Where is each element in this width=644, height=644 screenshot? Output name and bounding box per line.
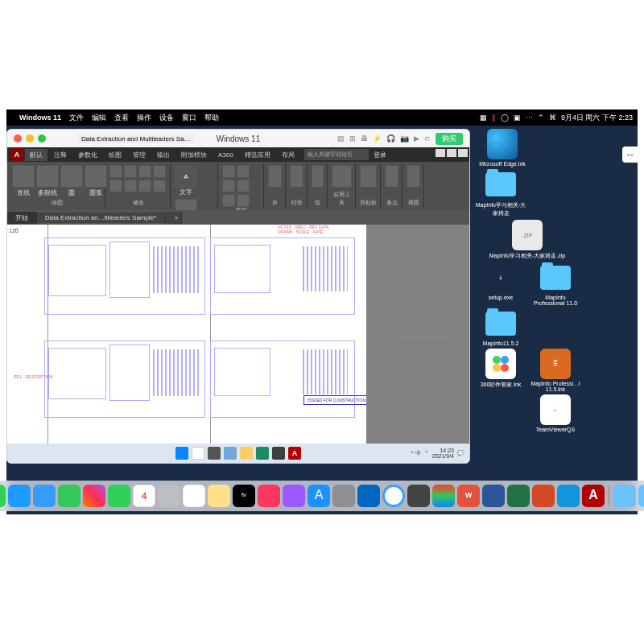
dock-qq-icon[interactable] <box>557 485 580 507</box>
status-screen-icon[interactable]: ▣ <box>514 114 521 122</box>
status-parallels-icon[interactable]: ▦ <box>480 114 487 122</box>
util-tool-icon[interactable] <box>332 165 352 188</box>
tool-icon[interactable] <box>237 165 250 178</box>
dock-podcasts-icon[interactable] <box>283 485 305 507</box>
menu-view[interactable]: 查看 <box>114 113 129 123</box>
arc-tool-icon[interactable] <box>85 165 107 188</box>
desktop-icon-mapinfo[interactable]: ≣MapInfo Professi…l 11.5.lnk <box>530 349 581 392</box>
close-icon[interactable] <box>14 134 22 142</box>
dock-excel-icon[interactable] <box>507 485 530 507</box>
tray-network-icon[interactable]: ⌃ <box>424 450 429 456</box>
desktop-icon-edge[interactable]: Microsoft Edge.lnk <box>477 129 528 167</box>
dock-messages-icon[interactable] <box>0 485 6 507</box>
status-datetime[interactable]: 9月4日 周六 下午 2:23 <box>561 113 633 123</box>
group-tool-icon[interactable] <box>312 165 324 188</box>
dock-music-icon[interactable] <box>258 485 280 507</box>
dock-app-icon[interactable] <box>407 485 430 507</box>
ribbon-tab[interactable]: 布局 <box>277 149 299 161</box>
minimize-icon[interactable] <box>26 134 34 142</box>
desktop-icon-folder[interactable]: MapInfo Professional 11.0 <box>530 262 581 306</box>
basepoint-tool-icon[interactable] <box>385 165 398 188</box>
dock-calendar-icon[interactable]: 4 <box>133 485 155 507</box>
status-control-center-icon[interactable]: ⌘ <box>549 114 556 122</box>
tray-notifications-icon[interactable]: 💬 <box>457 450 464 456</box>
dock-app-icon[interactable] <box>432 485 455 507</box>
teamviewer-sidebar-icon[interactable]: ↔ <box>622 147 638 163</box>
dock-maps-icon[interactable] <box>58 485 80 507</box>
tray-ime[interactable]: ^ 中 <box>411 449 421 457</box>
start-button[interactable] <box>175 447 188 460</box>
desktop-icon-folder[interactable]: MapInfo学习相关-大家拷走 <box>475 169 526 217</box>
dock-notes-icon[interactable] <box>208 485 230 507</box>
vm-tool-icon[interactable]: 🎧 <box>386 134 395 142</box>
dock-autocad-icon[interactable]: A <box>582 485 605 507</box>
dock-ppt-icon[interactable] <box>532 485 555 507</box>
dock-word-icon[interactable] <box>482 485 505 507</box>
tool-icon[interactable] <box>153 180 166 192</box>
dock-photos-icon[interactable] <box>83 485 105 507</box>
edge-icon[interactable] <box>256 447 269 460</box>
status-pause-icon[interactable]: ‖ <box>492 114 496 122</box>
vm-tool-icon[interactable]: ⊂ <box>424 134 431 142</box>
ribbon-tab[interactable]: 默认 <box>25 149 47 161</box>
desktop-icon-teamviewer[interactable]: ↔TeamViewerQS <box>530 394 581 432</box>
circle-tool-icon[interactable] <box>60 165 83 188</box>
tool-icon[interactable] <box>222 165 235 178</box>
desktop-icon-360[interactable]: 360软件管家.lnk <box>475 349 526 392</box>
dock-folder-icon[interactable] <box>613 485 636 507</box>
vm-close-button[interactable]: ✕ <box>458 149 468 157</box>
autocad-icon[interactable]: A <box>288 447 301 460</box>
clipboard-tool-icon[interactable] <box>360 165 377 188</box>
ribbon-search-input[interactable]: 输入关键字或短语 <box>304 149 369 160</box>
tool-icon[interactable] <box>109 165 122 178</box>
tool-icon[interactable] <box>222 180 235 192</box>
dock-app-icon[interactable] <box>382 485 405 507</box>
desktop-icon-zip[interactable]: .ZIPMapInfo学习相关-大家拷走.zip <box>475 220 580 260</box>
line-tool-icon[interactable] <box>12 165 35 188</box>
vm-tool-icon[interactable]: 🖶 <box>361 134 368 142</box>
tool-icon[interactable] <box>237 194 250 207</box>
status-volume-icon[interactable]: ⋯ <box>526 114 533 122</box>
explorer-icon[interactable] <box>240 447 253 460</box>
dock-facetime-icon[interactable] <box>108 485 130 507</box>
add-tab-button[interactable]: ＋ <box>165 212 182 224</box>
buy-button[interactable]: 购买 <box>436 133 463 145</box>
search-icon[interactable] <box>192 447 204 460</box>
menu-action[interactable]: 操作 <box>137 113 151 123</box>
store-icon[interactable] <box>272 447 285 460</box>
menu-window[interactable]: 窗口 <box>182 113 196 123</box>
vm-max-button[interactable]: ▢ <box>447 149 456 157</box>
vm-tool-icon[interactable]: 📷 <box>400 134 409 142</box>
status-circle-icon[interactable]: ◯ <box>501 114 509 122</box>
drawing-canvas[interactable]: — ▢ ✕ 120 <box>7 225 469 444</box>
desktop-icon-folder[interactable]: MapInfo11.5.2 <box>475 308 526 346</box>
vm-tab[interactable]: Data Extraction and Multileaders Sa… <box>78 134 194 143</box>
tool-icon[interactable] <box>222 194 235 207</box>
vm-tool-icon[interactable]: ⊞ <box>349 134 356 142</box>
view-tool-icon[interactable] <box>407 165 420 188</box>
vm-tool-icon[interactable]: ▶ <box>414 134 419 142</box>
tool-icon[interactable] <box>138 165 151 178</box>
dock-folder-icon[interactable] <box>638 485 644 507</box>
tool-icon[interactable] <box>138 180 151 192</box>
tool-icon[interactable] <box>237 180 250 192</box>
dock-appstore-icon[interactable]: A <box>308 485 330 507</box>
menu-edit[interactable]: 编辑 <box>92 113 106 123</box>
dimension-tool-icon[interactable] <box>175 199 197 210</box>
polyline-tool-icon[interactable] <box>36 165 59 188</box>
ribbon-tab[interactable]: 输出 <box>152 149 175 161</box>
doc-tab[interactable]: 开始 <box>7 212 37 224</box>
ribbon-tab[interactable]: 附加模块 <box>176 149 212 161</box>
tool-icon[interactable] <box>153 165 166 178</box>
vm-tool-icon[interactable]: ⚡ <box>373 134 382 142</box>
login-button[interactable]: 登录 <box>374 151 386 159</box>
dock-safari-icon[interactable] <box>8 485 31 507</box>
desktop-icon-exe[interactable]: ⤓setup.exe <box>475 262 526 306</box>
props-tool-icon[interactable] <box>290 165 303 188</box>
dock-mail-icon[interactable] <box>33 485 56 507</box>
tool-icon[interactable] <box>124 165 137 178</box>
status-wifi-icon[interactable]: ⌃ <box>538 114 544 122</box>
tool-icon[interactable] <box>109 180 122 192</box>
dock-tv-icon[interactable]: tv <box>233 485 255 507</box>
widgets-icon[interactable] <box>224 447 237 460</box>
